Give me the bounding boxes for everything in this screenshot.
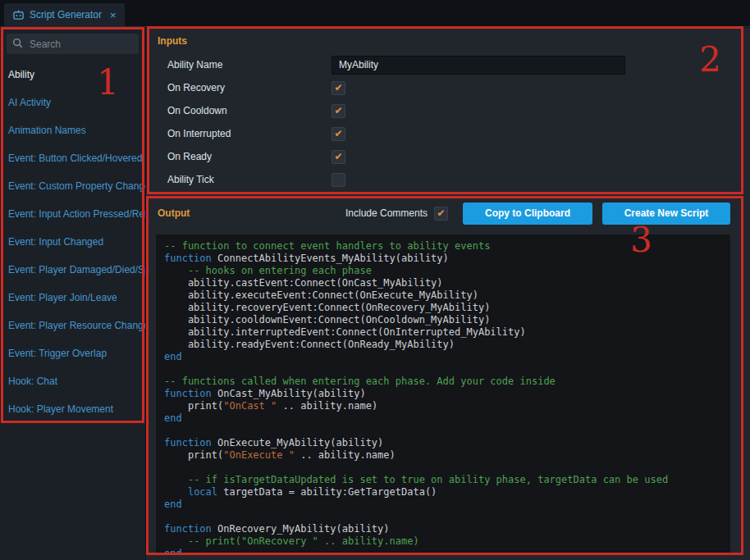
sidebar-item-hook-chat[interactable]: Hook: Chat (0, 367, 145, 395)
sidebar-item-event-player-resource-changed[interactable]: Event: Player Resource Changed (0, 312, 145, 339)
sidebar-item-event-custom-property-changed[interactable]: Event: Custom Property Changed (0, 172, 145, 200)
code-line (164, 511, 722, 523)
inputs-form: Ability NameOn RecoveryOn CooldownOn Int… (158, 53, 739, 191)
code-line: end (164, 351, 722, 363)
inputs-title: Inputs (158, 35, 739, 47)
input-row: On Cooldown (158, 99, 739, 122)
sidebar: AbilityAI ActivityAnimation NamesEvent: … (0, 28, 146, 560)
code-line: ability.executeEvent:Connect(OnExecute_M… (164, 289, 722, 302)
include-comments-checkbox[interactable] (434, 207, 448, 221)
code-line (164, 363, 722, 376)
output-header: Output Include Comments Copy to Clipboar… (146, 197, 750, 230)
ability-name-input[interactable] (332, 56, 625, 75)
input-row: Ability Name (158, 53, 739, 76)
sidebar-item-event-button-clicked-hovered[interactable]: Event: Button Clicked/Hovered (0, 144, 145, 172)
sidebar-item-hook-player-movement[interactable]: Hook: Player Movement (0, 395, 145, 423)
code-line: ability.castEvent:Connect(OnCast_MyAbili… (164, 277, 722, 289)
on-ready-checkbox[interactable] (332, 150, 345, 164)
output-panel: Output Include Comments Copy to Clipboar… (146, 197, 750, 560)
output-title: Output (158, 207, 190, 219)
input-label: Ability Tick (167, 174, 332, 185)
input-label: Ability Name (167, 59, 332, 71)
search-box[interactable] (7, 34, 139, 54)
code-line: local targetData = ability:GetTargetData… (164, 486, 722, 499)
sidebar-item-ai-activity[interactable]: AI Activity (0, 89, 145, 116)
content: Inputs Ability NameOn RecoveryOn Cooldow… (146, 28, 750, 560)
on-interrupted-checkbox[interactable] (332, 127, 345, 141)
code-line: -- if isTargetDataUpdated is set to true… (164, 474, 722, 486)
code-line: -- hooks on entering each phase (164, 265, 722, 277)
code-line (164, 425, 722, 437)
code-line: -- print("OnRecovery " .. ability.name) (164, 535, 722, 548)
code-line: end (164, 548, 722, 555)
main-area: AbilityAI ActivityAnimation NamesEvent: … (0, 28, 750, 560)
sidebar-item-event-player-damaged-died-spawned[interactable]: Event: Player Damaged/Died/Spawned (0, 256, 145, 284)
code-line: function ConnectAbilityEvents_MyAbility(… (164, 253, 722, 265)
copy-to-clipboard-button[interactable]: Copy to Clipboard (463, 203, 592, 225)
on-recovery-checkbox[interactable] (332, 81, 345, 95)
code-line: ability.interruptedEvent:Connect(OnInter… (164, 326, 722, 339)
search-input[interactable] (28, 38, 133, 51)
input-row: Ability Tick (158, 168, 739, 191)
sidebar-list: AbilityAI ActivityAnimation NamesEvent: … (0, 61, 145, 423)
input-label: On Interrupted (167, 128, 332, 139)
sidebar-item-event-input-action-pressed-released[interactable]: Event: Input Action Pressed/Released (0, 200, 145, 228)
code-line: print("OnExecute " .. ability.name) (164, 449, 722, 462)
input-row: On Recovery (158, 76, 739, 99)
inputs-panel: Inputs Ability NameOn RecoveryOn Cooldow… (146, 28, 750, 197)
include-comments-label: Include Comments (345, 207, 428, 219)
code-line: -- functions called when entering each p… (164, 376, 722, 388)
script-generator-icon (12, 9, 25, 21)
input-label: On Ready (167, 151, 332, 162)
code-line: function OnCast_MyAbility(ability) (164, 388, 722, 400)
code-line: ability.readyEvent:Connect(OnReady_MyAbi… (164, 339, 722, 351)
tab-label: Script Generator (30, 9, 102, 20)
code-line (164, 462, 722, 474)
input-label: On Recovery (167, 82, 332, 93)
sidebar-item-animation-names[interactable]: Animation Names (0, 116, 145, 144)
code-line: ability.recoveryEvent:Connect(OnRecovery… (164, 302, 722, 314)
code-line: print("OnCast " .. ability.name) (164, 400, 722, 412)
code-line: end (164, 499, 722, 511)
ability-tick-checkbox[interactable] (332, 173, 345, 187)
code-line: end (164, 412, 722, 425)
code-line: ability.cooldownEvent:Connect(OnCooldown… (164, 314, 722, 326)
create-new-script-button[interactable]: Create New Script (602, 203, 730, 225)
input-row: On Interrupted (158, 122, 739, 145)
search-icon (12, 37, 23, 52)
sidebar-item-event-trigger-overlap[interactable]: Event: Trigger Overlap (0, 339, 145, 367)
code-line: -- function to connect event handlers to… (164, 240, 722, 253)
sidebar-item-event-input-changed[interactable]: Event: Input Changed (0, 228, 145, 256)
input-row: On Ready (158, 145, 739, 168)
code-lines: -- function to connect event handlers to… (164, 240, 722, 555)
close-icon[interactable]: × (110, 9, 117, 21)
tab-script-generator[interactable]: Script Generator × (4, 3, 125, 26)
on-cooldown-checkbox[interactable] (332, 104, 345, 118)
sidebar-item-ability[interactable]: Ability (0, 61, 145, 89)
code-line: function OnRecovery_MyAbility(ability) (164, 523, 722, 535)
code-line: function OnExecute_MyAbility(ability) (164, 437, 722, 449)
code-output[interactable]: -- function to connect event handlers to… (156, 234, 730, 555)
script-generator-window: Script Generator × AbilityAI ActivityAni… (0, 0, 750, 560)
tab-bar: Script Generator × (0, 0, 750, 27)
input-label: On Cooldown (167, 105, 332, 116)
sidebar-item-event-player-join-leave[interactable]: Event: Player Join/Leave (0, 284, 145, 312)
